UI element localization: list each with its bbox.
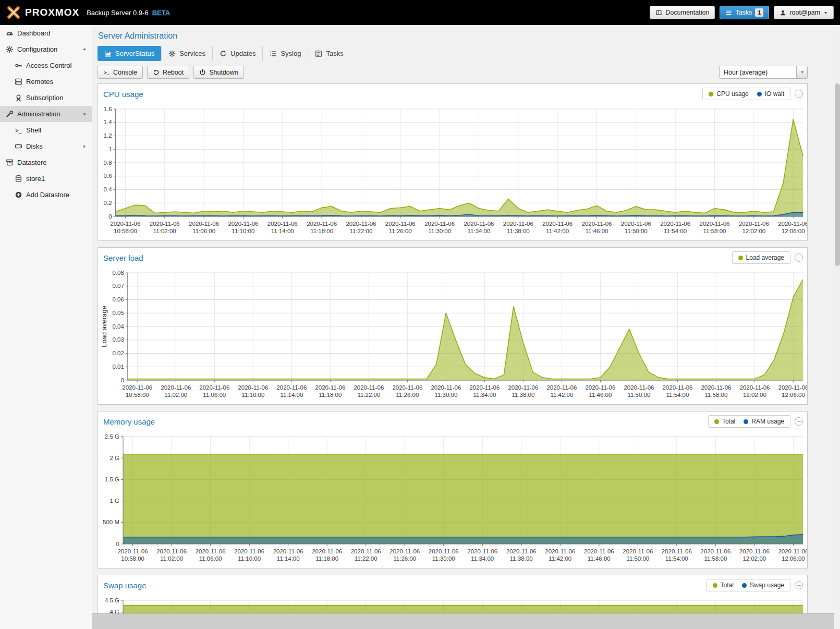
console-button[interactable]: >_Console [98,66,143,79]
svg-text:11:38:00: 11:38:00 [512,392,534,398]
svg-text:2020-11-06: 2020-11-06 [623,548,653,554]
svg-text:2020-11-06: 2020-11-06 [238,384,268,391]
tab-label: Tasks [326,50,343,57]
toolbar: >_ConsoleRebootShutdown Hour (average) [98,66,808,79]
legend-item-cpu-usage[interactable]: CPU usage [709,90,748,98]
svg-text:10:58:00: 10:58:00 [114,228,137,234]
legend-item-load-average[interactable]: Load average [738,254,784,261]
legend-dot [757,92,762,96]
legend-item-ram-usage[interactable]: RAM usage [744,418,784,425]
svg-text:2020-11-06: 2020-11-06 [542,221,573,227]
svg-text:11:58:00: 11:58:00 [705,392,728,398]
legend-item-total[interactable]: Total [714,418,735,425]
svg-text:2020-11-06: 2020-11-06 [545,548,575,554]
documentation-button[interactable]: Documentation [650,6,715,19]
button-label: Console [113,69,137,76]
svg-text:11:42:00: 11:42:00 [550,392,573,398]
svg-text:2020-11-06: 2020-11-06 [662,548,692,554]
svg-text:2020-11-06: 2020-11-06 [778,384,807,391]
svg-text:11:30:00: 11:30:00 [432,555,455,562]
collapse-panel-button[interactable] [795,417,803,426]
svg-text:2020-11-06: 2020-11-06 [778,548,807,554]
sidebar-item-disks[interactable]: Disks [0,138,92,154]
svg-text:2020-11-06: 2020-11-06 [234,548,264,554]
svg-text:11:46:00: 11:46:00 [588,555,611,562]
svg-text:11:54:00: 11:54:00 [665,555,688,562]
chart-legend: Load average [732,251,790,264]
horizontal-scrollbar[interactable] [92,613,834,629]
terminal-icon: >_ [103,69,110,76]
svg-text:11:06:00: 11:06:00 [192,228,215,234]
legend-item-swap-usage[interactable]: Swap usage [742,582,784,589]
beta-link[interactable]: BETA [152,9,170,17]
panel-title: Server load [103,253,143,262]
svg-text:10:58:00: 10:58:00 [121,555,144,562]
svg-text:2020-11-06: 2020-11-06 [351,548,381,554]
collapse-panel-button[interactable] [795,90,803,98]
sidebar-item-access-control[interactable]: Access Control [0,57,92,74]
sidebar-item-configuration[interactable]: Configuration [0,41,92,57]
svg-text:11:22:00: 11:22:00 [357,392,380,398]
svg-text:2020-11-06: 2020-11-06 [267,221,298,227]
svg-text:0.01: 0.01 [112,364,124,370]
sidebar-item-add-datastore[interactable]: Add Datastore [0,187,92,203]
sidebar-item-label: Subscription [26,94,64,102]
reboot-button[interactable]: Reboot [147,66,189,79]
tab-label: ServerStatus [115,50,154,57]
sidebar-item-dashboard[interactable]: Dashboard [0,25,92,41]
shutdown-button[interactable]: Shutdown [193,66,244,79]
tasks-button[interactable]: Tasks 1 [720,6,769,19]
user-menu-button[interactable]: root@pam [774,6,834,19]
tab-updates[interactable]: Updates [212,46,262,61]
svg-text:11:10:00: 11:10:00 [232,228,254,234]
svg-text:0.02: 0.02 [112,350,124,356]
sidebar-item-subscription[interactable]: Subscription [0,90,92,106]
svg-text:2020-11-06: 2020-11-06 [276,384,307,391]
sidebar-item-shell[interactable]: >_Shell [0,122,92,138]
chevron-down-icon [800,70,805,75]
panel-cpu-usage: CPU usageCPU usageIO wait00.20.40.60.811… [98,83,808,241]
tab-serverstatus[interactable]: ServerStatus [98,46,161,61]
user-icon [780,9,786,16]
tab-syslog[interactable]: Syslog [262,46,308,61]
sidebar-item-datastore[interactable]: Datastore [0,154,92,171]
svg-text:0: 0 [120,377,124,383]
svg-text:12:02:00: 12:02:00 [742,555,766,562]
collapse-panel-button[interactable] [795,253,803,262]
sidebar-item-administration[interactable]: Administration [0,106,92,122]
plus-circle-icon [15,191,22,199]
sidebar-item-label: Datastore [17,159,46,166]
interval-select-trigger[interactable] [796,66,807,78]
book-icon [655,9,662,16]
svg-text:11:34:00: 11:34:00 [468,228,491,234]
legend-label: Load average [746,254,784,261]
tab-label: Services [179,50,205,57]
svg-text:11:02:00: 11:02:00 [164,392,187,398]
svg-text:11:58:00: 11:58:00 [703,228,726,234]
sidebar-item-store1[interactable]: store1 [0,171,92,187]
svg-text:2020-11-06: 2020-11-06 [150,221,180,227]
svg-text:2020-11-06: 2020-11-06 [778,221,807,227]
collapse-panel-button[interactable] [795,581,803,589]
svg-text:1.5 G: 1.5 G [105,476,119,482]
vertical-scrollbar[interactable] [834,25,840,629]
legend-item-total[interactable]: Total [713,582,734,589]
sidebar-item-remotes[interactable]: Remotes [0,74,92,90]
svg-text:12:06:00: 12:06:00 [782,555,805,562]
legend-item-io-wait[interactable]: IO wait [757,90,784,98]
vertical-scrollbar-thumb[interactable] [835,83,840,266]
user-label: root@pam [789,9,820,16]
svg-text:2020-11-06: 2020-11-06 [346,221,376,227]
sidebar-item-label: Shell [26,126,41,134]
svg-text:11:34:00: 11:34:00 [473,392,496,398]
legend-label: Swap usage [750,582,784,589]
tab-services[interactable]: Services [161,46,212,61]
interval-select[interactable]: Hour (average) [719,66,808,79]
svg-text:2020-11-06: 2020-11-06 [431,384,461,391]
panel-header: Memory usageTotalRAM usage [98,412,807,430]
svg-text:1 G: 1 G [109,498,119,504]
tab-tasks[interactable]: Tasks [308,46,350,61]
tasks-count-badge: 1 [755,8,763,17]
sidebar: DashboardConfigurationAccess ControlRemo… [0,25,92,629]
svg-text:2020-11-06: 2020-11-06 [585,384,615,391]
